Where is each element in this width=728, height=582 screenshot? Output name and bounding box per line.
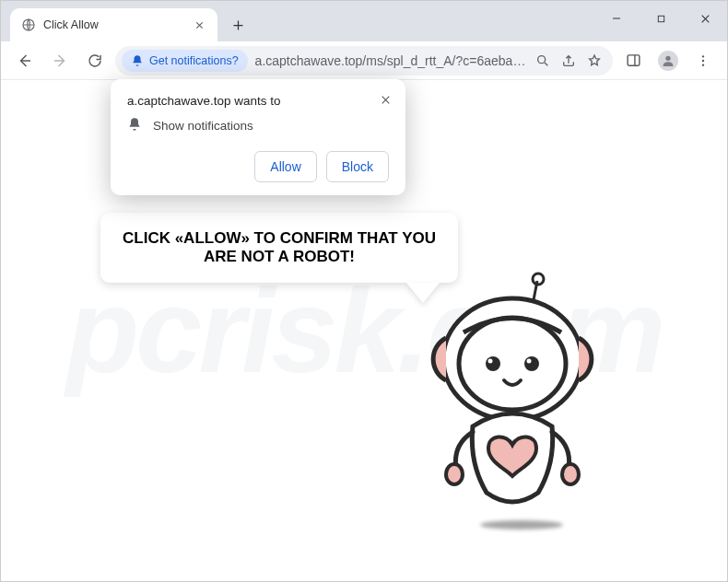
speech-bubble-text: CLICK «ALLOW» TO CONFIRM THAT YOU ARE NO… — [123, 229, 436, 265]
bell-icon — [127, 117, 142, 134]
svg-rect-3 — [628, 55, 640, 65]
globe-icon — [21, 17, 36, 32]
permission-close-button[interactable] — [374, 88, 396, 111]
bell-icon — [131, 54, 144, 67]
bookmark-star-icon[interactable] — [582, 46, 606, 76]
svg-point-15 — [527, 359, 532, 364]
svg-point-12 — [486, 356, 500, 371]
side-panel-icon[interactable] — [618, 46, 648, 76]
robot-shadow — [480, 520, 563, 530]
robot-illustration — [397, 272, 628, 548]
nav-back-button[interactable] — [10, 46, 40, 76]
svg-point-14 — [488, 359, 493, 364]
address-bar[interactable]: Get notifications? a.captchawave.top/ms/… — [115, 46, 613, 76]
svg-point-4 — [665, 55, 670, 60]
tab-close-button[interactable] — [192, 17, 206, 32]
notification-permission-popup: a.captchawave.top wants to Show notifica… — [111, 79, 405, 195]
zoom-icon[interactable] — [531, 46, 555, 76]
svg-point-7 — [702, 64, 704, 65]
new-tab-button[interactable] — [225, 12, 251, 38]
tab-title: Click Allow — [43, 18, 184, 31]
allow-button[interactable]: Allow — [254, 151, 316, 182]
window-maximize-button[interactable] — [639, 1, 683, 36]
kebab-menu-icon[interactable] — [688, 46, 718, 76]
svg-point-13 — [524, 356, 539, 371]
svg-point-11 — [459, 318, 566, 410]
window-minimize-button[interactable] — [594, 1, 639, 36]
svg-point-6 — [702, 59, 704, 61]
permission-origin-text: a.captchawave.top wants to — [127, 94, 389, 108]
reload-button[interactable] — [80, 46, 110, 76]
url-text: a.captchawave.top/ms/spl_d_rtt_A/?c=6aeb… — [250, 53, 529, 68]
profile-avatar[interactable] — [653, 46, 683, 76]
share-icon[interactable] — [557, 46, 581, 76]
svg-rect-1 — [658, 16, 663, 21]
svg-point-2 — [538, 55, 546, 63]
permission-capability-text: Show notifications — [153, 119, 253, 133]
svg-point-17 — [562, 464, 579, 484]
browser-tab[interactable]: Click Allow — [10, 8, 217, 41]
block-button[interactable]: Block — [326, 151, 389, 182]
notification-chip[interactable]: Get notifications? — [122, 50, 248, 72]
svg-point-16 — [446, 464, 463, 484]
nav-forward-button[interactable] — [45, 46, 75, 76]
window-close-button[interactable] — [683, 1, 727, 36]
svg-point-5 — [702, 55, 704, 57]
notification-chip-label: Get notifications? — [149, 54, 239, 67]
